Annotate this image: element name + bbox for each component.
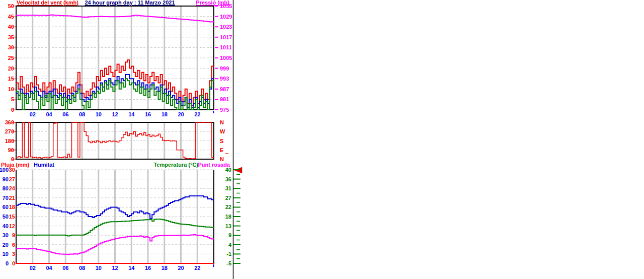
weather-graph-window: Velocitat del vent (kmh) 24 hour graph d…	[0, 0, 644, 279]
weather-24h-graphs: Velocitat del vent (kmh) 24 hour graph d…	[0, 0, 644, 279]
temperature-axis-tick-label: 31	[225, 185, 231, 191]
rain-axis-tick-label: 27	[9, 176, 15, 182]
temperature-axis-tick-label: 4	[228, 242, 232, 248]
hour-tick-label: 20	[178, 111, 184, 117]
pressure-axis-tick-label: 1011	[220, 44, 232, 50]
hour-tick-label: 08	[79, 265, 85, 271]
humidity-axis-tick-label: 50	[3, 214, 9, 220]
wind-axis-tick-label: 10	[8, 86, 14, 92]
temperature-axis-title: Temperatura (°C)	[153, 162, 198, 168]
hour-tick-label: 16	[145, 111, 151, 117]
temperature-axis-tick-label: 9	[228, 232, 231, 238]
direction-axis-tick-label: 0	[11, 156, 14, 162]
hour-tick-label: 14	[128, 265, 135, 271]
rain-axis-tick-label: 3	[12, 251, 15, 257]
hour-tick-label: 04	[46, 111, 52, 117]
hour-tick-label: 06	[62, 265, 68, 271]
wind-axis-tick-label: 5	[11, 96, 14, 102]
graph-title: 24 hour graph day : 11 Marzo 2021	[85, 0, 175, 6]
temperature-axis-tick-label: 22	[225, 204, 231, 210]
rain-axis-tick-label: 9	[12, 232, 15, 238]
humidity-axis-tick-label: 60	[3, 204, 9, 210]
humidity-axis-tick-label: 20	[3, 242, 9, 248]
hour-tick-label: 10	[96, 111, 102, 117]
rain-axis-tick-label: 21	[9, 195, 15, 201]
humidity-axis-tick-label: 80	[3, 185, 9, 191]
temperature-axis-tick-label: -5	[226, 260, 231, 266]
pressure-axis-tick-label: 1029	[220, 14, 232, 20]
compass-letter-label: N	[220, 119, 224, 125]
pressure-axis-tick-label: 975	[220, 107, 229, 113]
hour-tick-label: 20	[178, 265, 184, 271]
wind-axis-tick-label: 20	[8, 65, 14, 72]
hour-tick-label: 02	[30, 265, 36, 271]
pressure-axis-tick-label: 1005	[220, 55, 232, 61]
wind-axis-tick-label: 45	[8, 14, 14, 20]
rain-axis-tick-label: 18	[9, 204, 15, 210]
hour-tick-label: 18	[162, 111, 168, 117]
rain-axis-tick-label: 6	[12, 242, 15, 248]
wind-axis-tick-label: 40	[8, 24, 14, 30]
wind-axis-tick-label: 15	[8, 76, 14, 82]
direction-axis-tick-label: 180	[5, 138, 14, 144]
hour-tick-label: 18	[162, 265, 168, 271]
hour-tick-label: 12	[112, 265, 118, 271]
temperature-axis-tick-label: 18	[225, 214, 231, 220]
direction-axis-tick-label: 90	[8, 147, 14, 153]
humidity-axis-title: Humitat	[34, 162, 54, 168]
humidity-axis-tick-label: 70	[3, 195, 9, 201]
compass-letter-label: S	[220, 138, 223, 144]
hour-tick-label: 02	[30, 111, 36, 117]
humidity-axis-tick-label: 30	[3, 232, 9, 238]
temperature-axis-tick-label: 13	[225, 223, 231, 229]
humidity-axis-tick-label: 0	[6, 260, 9, 266]
wind-axis-tick-label: 0	[11, 107, 14, 113]
temperature-axis-tick-label: -1	[226, 251, 231, 257]
pressure-axis-tick-label: 1035	[220, 3, 232, 9]
pressure-axis-tick-label: 981	[220, 96, 229, 102]
hour-tick-label: 10	[96, 265, 102, 271]
rain-axis-tick-label: 30	[9, 167, 15, 173]
humidity-axis-tick-label: 10	[3, 251, 9, 257]
pressure-axis-tick-label: 999	[220, 65, 229, 72]
wind-axis-tick-label: 50	[8, 3, 14, 9]
hour-tick-label: 04	[46, 265, 52, 271]
humidity-axis-tick-label: 40	[3, 223, 9, 229]
rain-axis-tick-label: 24	[9, 185, 16, 191]
rain-axis-tick-label: 12	[9, 223, 15, 229]
rain-axis-tick-label: 0	[12, 260, 15, 266]
wind-axis-tick-label: 25	[8, 55, 14, 61]
temperature-axis-tick-label: 40	[225, 167, 231, 173]
wind-speed-axis-title: Velocitat del vent (kmh)	[17, 0, 78, 6]
humidity-axis-tick-label: 100	[0, 167, 9, 173]
hour-tick-label: 12	[112, 111, 118, 117]
wind-axis-tick-label: 35	[8, 34, 14, 40]
direction-axis-tick-label: 270	[5, 128, 14, 134]
temperature-axis-tick-label: 36	[225, 176, 231, 182]
direction-axis-tick-label: 360	[5, 119, 14, 125]
pressure-axis-tick-label: 1017	[220, 34, 232, 40]
humidity-axis-tick-label: 90	[3, 176, 9, 182]
rain-axis-tick-label: 15	[9, 214, 15, 220]
pressure-axis-tick-label: 987	[220, 86, 229, 92]
temperature-axis-tick-label: 27	[225, 195, 231, 201]
compass-letter-label: E	[220, 147, 223, 153]
wind-axis-tick-label: 30	[8, 44, 14, 50]
hour-tick-label: 16	[145, 265, 151, 271]
hour-tick-label: 06	[62, 111, 68, 117]
hour-tick-label: 08	[79, 111, 85, 117]
hour-tick-label: 22	[194, 111, 200, 117]
hour-tick-label: 22	[194, 265, 200, 271]
pressure-axis-tick-label: 1023	[220, 24, 232, 30]
compass-letter-label: W	[220, 128, 225, 134]
compass-letter-label: N	[220, 156, 224, 162]
hour-tick-label: 14	[128, 111, 135, 117]
pressure-axis-tick-label: 993	[220, 76, 229, 82]
